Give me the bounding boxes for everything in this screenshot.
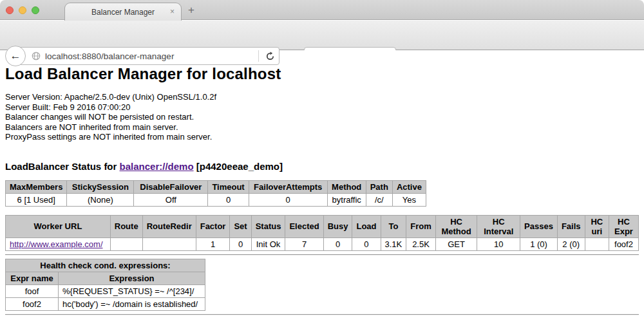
table-row: foof %{REQUEST_STATUS} =~ /^[234]/ <box>6 284 205 297</box>
new-tab-button[interactable]: + <box>188 4 194 17</box>
server-info: Server Version: Apache/2.5.0-dev (Unix) … <box>5 92 639 142</box>
navigation-toolbar: localhost:8880/balancer-manager ← <box>0 21 644 50</box>
col-to: To <box>381 215 406 237</box>
window-close-button[interactable] <box>6 6 14 14</box>
status-heading-suffix: [p4420eeae_demo] <box>194 161 283 172</box>
cell-status: Init Ok <box>251 237 285 250</box>
col-passes: Passes <box>520 215 558 237</box>
tab-title: Balancer Manager <box>91 8 155 17</box>
persist-notice-line: Balancer changes will NOT be persisted o… <box>5 112 639 122</box>
col-active: Active <box>392 180 426 193</box>
col-factor: Factor <box>196 215 230 237</box>
cell-load: 0 <box>352 237 381 250</box>
tab-balancer-manager[interactable]: Balancer Manager × <box>64 3 182 21</box>
table-header-row: Expr name Expression <box>6 272 205 284</box>
cell-path: /c/ <box>366 193 392 206</box>
page-content: Load Balancer Manager for localhost Serv… <box>0 50 644 316</box>
window-minimize-button[interactable] <box>19 6 26 14</box>
divider <box>5 314 639 315</box>
server-version-line: Server Version: Apache/2.5.0-dev (Unix) … <box>5 92 639 102</box>
col-routeredir: RouteRedir <box>142 215 196 237</box>
loadbalancer-status-heading: LoadBalancer Status for balancer://demo … <box>5 161 639 172</box>
col-status: Status <box>251 215 285 237</box>
url-bar[interactable]: localhost:8880/balancer-manager <box>15 47 279 65</box>
cell-stickysession: (None) <box>67 193 134 206</box>
col-failoverattempts: FailoverAttempts <box>249 180 327 193</box>
cell-timeout: 0 <box>208 193 249 206</box>
col-load: Load <box>352 215 381 237</box>
browser-window: Balancer Manager × + localhost:8880/bala… <box>0 0 644 316</box>
col-method: Method <box>327 180 366 193</box>
inherit-notice-line: Balancers are NOT inherited from main se… <box>5 122 639 133</box>
col-disablefailover: DisableFailover <box>134 180 208 193</box>
cell-to: 3.1K <box>381 237 406 250</box>
cell-busy: 0 <box>323 237 352 250</box>
cell-failoverattempts: 0 <box>249 193 327 206</box>
cell-from: 2.5K <box>406 237 436 250</box>
col-stickysession: StickySession <box>67 180 134 193</box>
col-fails: Fails <box>557 215 585 237</box>
cell-method: bytraffic <box>327 193 366 206</box>
cell-active: Yes <box>392 193 426 206</box>
table-row: foof2 hc('body') =~ /domain is establish… <box>6 297 205 310</box>
globe-icon <box>32 51 41 60</box>
back-button[interactable]: ← <box>5 46 26 66</box>
cell-factor: 1 <box>196 237 230 250</box>
col-hc-expr: HC Expr <box>609 215 638 237</box>
col-timeout: Timeout <box>208 180 249 193</box>
tab-strip: Balancer Manager × + <box>0 0 644 20</box>
col-maxmembers: MaxMembers <box>6 180 67 193</box>
col-elected: Elected <box>285 215 323 237</box>
col-worker-url: Worker URL <box>6 215 111 237</box>
col-path: Path <box>366 180 392 193</box>
worker-url-link[interactable]: http://www.example.com/ <box>10 239 103 249</box>
cell-passes: 1 (0) <box>520 237 558 250</box>
url-text[interactable]: localhost:8880/balancer-manager <box>45 51 258 61</box>
cell-hc-method: GET <box>435 237 477 250</box>
divider <box>5 254 639 256</box>
page-title: Load Balancer Manager for localhost <box>5 65 639 83</box>
cell-hc-uri <box>585 237 609 250</box>
table-row: 6 [1 Used] (None) Off 0 0 bytraffic /c/ … <box>6 193 426 206</box>
col-set: Set <box>230 215 251 237</box>
back-arrow-icon: ← <box>10 50 21 62</box>
col-route: Route <box>110 215 142 237</box>
cell-route <box>110 237 142 250</box>
table-header-row: MaxMembers StickySession DisableFailover… <box>6 180 426 193</box>
worker-status-table: Worker URL Route RouteRedir Factor Set S… <box>5 215 639 251</box>
col-hc-interval: HC Interval <box>477 215 520 237</box>
health-check-expressions-table: Health check cond. expressions: Expr nam… <box>5 259 205 311</box>
reload-button[interactable] <box>263 49 277 63</box>
tab-close-icon[interactable]: × <box>170 7 175 16</box>
col-hc-uri: HC uri <box>585 215 609 237</box>
col-expr-name: Expr name <box>6 272 59 284</box>
col-expression: Expression <box>59 272 205 284</box>
cell-set: 0 <box>230 237 251 250</box>
cell-elected: 7 <box>285 237 323 250</box>
cell-fails: 2 (0) <box>557 237 585 250</box>
col-from: From <box>406 215 436 237</box>
window-zoom-button[interactable] <box>32 6 39 14</box>
cell-routeredir <box>142 237 196 250</box>
cell-expression: %{REQUEST_STATUS} =~ /^[234]/ <box>59 284 205 297</box>
table-title-row: Health check cond. expressions: <box>6 259 205 272</box>
balancer-settings-table: MaxMembers StickySession DisableFailover… <box>5 180 426 207</box>
proxypass-notice-line: ProxyPass settings are NOT inherited fro… <box>5 132 639 142</box>
col-hc-method: HC Method <box>435 215 477 237</box>
cell-hc-expr: foof2 <box>609 237 638 250</box>
table-row: http://www.example.com/ 1 0 Init Ok 7 0 … <box>6 237 639 250</box>
cell-disablefailover: Off <box>134 193 208 206</box>
cell-maxmembers: 6 [1 Used] <box>6 193 67 206</box>
server-built-line: Server Built: Feb 9 2016 07:00:20 <box>5 102 639 113</box>
urlbar-separator <box>258 50 259 62</box>
cell-hc-interval: 10 <box>477 237 520 250</box>
table-header-row: Worker URL Route RouteRedir Factor Set S… <box>6 215 639 237</box>
status-heading-prefix: LoadBalancer Status for <box>5 161 120 172</box>
health-table-title: Health check cond. expressions: <box>6 259 205 272</box>
cell-expression: hc('body') =~ /domain is established/ <box>59 297 205 310</box>
cell-expr-name: foof2 <box>6 297 59 310</box>
balancer-demo-link[interactable]: balancer://demo <box>120 161 194 172</box>
cell-expr-name: foof <box>6 284 59 297</box>
col-busy: Busy <box>323 215 352 237</box>
